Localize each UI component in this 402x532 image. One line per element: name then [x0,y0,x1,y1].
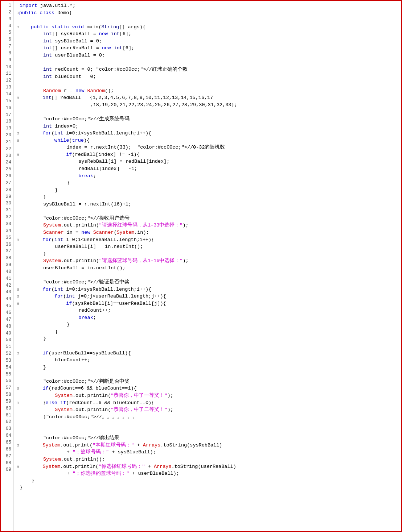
code-line-17: "color:#cc00cc;">//生成系统号码 [17,116,398,123]
line-num-32: 32 [2,214,11,221]
code-line-27: } [17,187,398,194]
code-line-63: ⊟ System.out.print("本期红球号码：" + Arrays.to… [17,442,398,449]
code-line-32: System.out.println("请选择红球号码，从1-33中选择："); [17,222,398,229]
code-line-10: int redCount = 0; "color:#cc00cc;">//红球正… [17,66,398,73]
line-num-11: 11 [2,70,11,77]
line-num-64: 64 [2,432,11,439]
line-num-9: 9 [2,57,11,64]
line-num-19: 19 [2,125,11,132]
line-num-33: 33 [2,221,11,228]
line-num-35: 35 [2,234,11,241]
line-num-36: 36 [2,241,11,248]
line-num-65: 65 [2,439,11,446]
code-line-54: "color:#cc00cc;">//判断是否中奖 [17,378,398,385]
code-line-12 [17,80,398,87]
code-line-22: ⊟ if(redBall[index] != -1){ [17,151,398,158]
line-num-47: 47 [2,316,11,323]
code-line-44: redCount++; [17,307,398,314]
line-num-2: 2 [2,9,11,16]
line-num-54: 54 [2,364,11,371]
code-line-7: int[] userReaBall = new int[6]; [17,45,398,52]
code-line-23: sysRebBall[i] = redBall[index]; [17,158,398,165]
code-line-48: } [17,335,398,342]
code-line-36: } [17,250,398,258]
code-line-61 [17,428,398,435]
code-line-46: } [17,321,398,328]
code-line-60 [17,420,398,428]
line-num-30: 30 [2,200,11,207]
code-line-2: ⊟public class Demo{ [17,9,398,17]
line-num-43: 43 [2,289,11,296]
line-num-38: 38 [2,255,11,262]
line-num-46: 46 [2,309,11,316]
line-num-40: 40 [2,269,11,275]
line-num-29: 29 [2,194,11,200]
code-line-67: + "；你选择的篮球号码：" + userBlueBall); [17,470,398,477]
code-line-57: ⊟ }else if(redCount==6 && blueCount==0){ [17,399,398,407]
line-num-44: 44 [2,296,11,303]
code-line-53 [17,371,398,378]
line-num-4: 4 [2,23,11,30]
code-line-62: "color:#cc00cc;">//输出结果 [17,435,398,442]
line-num-61: 61 [2,412,11,419]
line-num-37: 37 [2,248,11,255]
code-line-45: break; [17,314,398,321]
code-line-34: ⊟ for(int i=0;i<userReaBall.length;i++){ [17,236,398,244]
code-line-43: ⊟ if(sysRebBall[i]==userReaBall[j]){ [17,300,398,307]
code-line-50: ⊟ if(userBlueBall==sysBlueBall){ [17,350,398,357]
code-line-37: System.out.println("请选择蓝球号码，从1-16中选择："); [17,257,398,265]
line-num-31: 31 [2,207,11,214]
line-num-52: 52 [2,350,11,357]
line-num-42: 42 [2,282,11,289]
code-content: import java.util.*;⊟public class Demo{ ⊟… [14,1,401,531]
line-num-63: 63 [2,425,11,432]
line-num-5: 5 [2,29,11,36]
line-num-34: 34 [2,228,11,234]
line-num-58: 58 [2,391,11,398]
code-line-21: index = r.nextInt(33); "color:#cc00cc;">… [17,144,398,151]
line-num-7: 7 [2,43,11,50]
line-num-27: 27 [2,180,11,187]
line-num-49: 49 [2,330,11,337]
code-line-29: sysBlueBall = r.nextInt(16)+1; [17,201,398,208]
line-num-57: 57 [2,385,11,391]
code-line-9 [17,59,398,66]
code-line-18: int index=0; [17,123,398,130]
code-line-24: redBall[index] = -1; [17,165,398,173]
code-line-47: } [17,328,398,336]
code-line-58: System.out.println("恭喜你，中了二等奖！"); [17,406,398,413]
code-line-38: userBlueBall = in.nextInt(); [17,265,398,272]
line-num-45: 45 [2,303,11,309]
code-line-39 [17,271,398,279]
line-num-16: 16 [2,105,11,112]
line-num-12: 12 [2,77,11,84]
code-line-14: ⊟ int[] redBall = {1,2,3,4,5,6,7,8,9,10,… [17,94,398,101]
code-line-52: } [17,364,398,371]
line-num-21: 21 [2,139,11,146]
code-line-42: ⊟ for(int j=0;j<userReaBall.length;j++){ [17,293,398,300]
line-num-59: 59 [2,398,11,405]
line-num-22: 22 [2,146,11,153]
line-num-50: 50 [2,337,11,344]
line-num-26: 26 [2,173,11,180]
line-num-24: 24 [2,159,11,166]
line-num-6: 6 [2,36,11,43]
code-line-59: }"color:#cc00cc;">//。。。。。。。 [17,413,398,421]
code-line-11: int blueCount = 0; [17,73,398,80]
code-line-40: "color:#cc00cc;">//验证是否中奖 [17,279,398,286]
code-line-66: ⊟ System.out.println("你选择红球号码：" + Arrays… [17,463,398,470]
code-line-56: System.out.println("恭喜你，中了一等奖！"); [17,392,398,399]
line-num-41: 41 [2,275,11,282]
code-line-19: ⊟ for(int i=0;i<sysRebBall.length;i++){ [17,130,398,137]
code-line-4: ⊟ public static void main(String[] args)… [17,24,398,31]
code-line-3 [17,16,398,24]
code-line-64: + "；篮球号码：" + sysBlueBall); [17,449,398,456]
line-num-69: 69 [2,466,11,473]
code-line-16 [17,108,398,116]
code-line-55: ⊟ if(redCount==6 && blueCount==1){ [17,385,398,392]
line-num-10: 10 [2,64,11,71]
code-line-51: blueCount++; [17,357,398,364]
line-num-25: 25 [2,166,11,173]
line-num-55: 55 [2,371,11,378]
line-num-15: 15 [2,98,11,105]
